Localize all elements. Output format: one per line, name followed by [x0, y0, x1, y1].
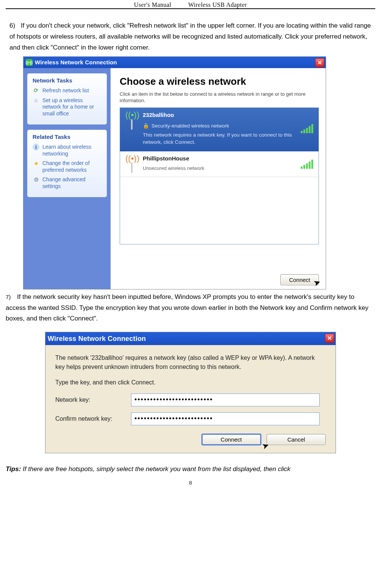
wireless-chooser-window: ((•)) Wireless Network Connection ✕ Netw… — [23, 56, 326, 289]
header-right: Wireless USB Adapter — [188, 2, 247, 8]
network-desc: This network requires a network key. If … — [143, 132, 296, 145]
step-6-text: 6)If you don't check your network, click… — [9, 20, 372, 53]
window-title: Wireless Network Connection — [35, 59, 117, 65]
antenna-icon: ((•)) — [125, 155, 138, 173]
dialog-title: Wireless Network Connection — [48, 335, 146, 343]
tips-label: Tips: — [6, 465, 21, 473]
step-7-num: 7) — [6, 292, 17, 302]
network-item[interactable]: ((•)) PhillipstonHouse Unsecured wireles… — [120, 151, 319, 177]
cancel-button[interactable]: Cancel — [267, 434, 326, 445]
related-tasks-title: Related Tasks — [33, 134, 102, 140]
network-security: Unsecured wireless network — [143, 165, 296, 171]
close-icon[interactable]: ✕ — [315, 58, 324, 67]
step-6-num: 6) — [9, 20, 21, 31]
choose-network-sub: Click an item in the list below to conne… — [120, 91, 319, 104]
change-order[interactable]: ★ Change the order of preferred networks — [33, 160, 102, 173]
info-icon: i — [33, 144, 39, 151]
network-tasks-title: Network Tasks — [33, 77, 102, 84]
tips-line: Tips: If there are free hotspots, simply… — [6, 465, 375, 473]
page-number: 8 — [6, 480, 375, 486]
related-tasks-box: Related Tasks i Learn about wireless net… — [27, 130, 107, 197]
left-column: Network Tasks ⟳ Refresh network list ⌂ S… — [23, 68, 111, 289]
titlebar[interactable]: Wireless Network Connection ✕ — [45, 332, 336, 345]
setup-icon: ⌂ — [33, 97, 39, 104]
confirm-key-input[interactable] — [131, 412, 320, 425]
right-column: Choose a wireless network Click an item … — [111, 68, 326, 289]
refresh-icon: ⟳ — [33, 87, 39, 94]
confirm-key-label: Confirm network key: — [55, 415, 131, 422]
step-7-text: 7)If the network security key hasn't bee… — [6, 292, 375, 325]
page-header: User's Manual Wireless USB Adapter — [6, 0, 375, 9]
titlebar[interactable]: ((•)) Wireless Network Connection ✕ — [23, 57, 326, 68]
network-name: PhillipstonHouse — [143, 155, 296, 162]
change-advanced[interactable]: ⚙ Change advanced settings — [33, 176, 102, 190]
network-tasks-box: Network Tasks ⟳ Refresh network list ⌂ S… — [27, 73, 107, 125]
setup-wireless-network[interactable]: ⌂ Set up a wireless network for a home o… — [33, 97, 102, 117]
dialog-text-1: The network '232ballihoo' requires a net… — [55, 353, 326, 371]
network-key-label: Network key: — [55, 397, 131, 403]
learn-wireless[interactable]: i Learn about wireless networking — [33, 144, 102, 157]
wireless-icon: ((•)) — [26, 59, 33, 66]
dialog-text-2: Type the key, and then click Connect. — [55, 378, 326, 387]
choose-network-heading: Choose a wireless network — [120, 76, 319, 87]
cursor-icon: ➤ — [312, 277, 322, 288]
signal-bars-icon — [301, 124, 313, 133]
refresh-network-list[interactable]: ⟳ Refresh network list — [33, 87, 102, 94]
network-item-selected[interactable]: ((•)) 232ballihoo 🔒Security-enabled wire… — [120, 108, 319, 151]
close-icon[interactable]: ✕ — [325, 334, 334, 343]
signal-bars-icon — [301, 160, 313, 169]
network-key-input[interactable] — [131, 394, 320, 406]
network-security: Security-enabled wireless network — [151, 123, 229, 129]
network-key-dialog: Wireless Network Connection ✕ The networ… — [45, 332, 336, 453]
header-left: User's Manual — [134, 2, 172, 8]
network-name: 232ballihoo — [143, 112, 296, 118]
connect-button[interactable]: Connect — [201, 434, 261, 445]
gear-icon: ⚙ — [33, 176, 39, 183]
star-icon: ★ — [33, 160, 39, 167]
antenna-icon: ((•)) — [125, 112, 138, 130]
lock-icon: 🔒 — [143, 123, 149, 129]
network-list: ((•)) 232ballihoo 🔒Security-enabled wire… — [120, 107, 319, 244]
